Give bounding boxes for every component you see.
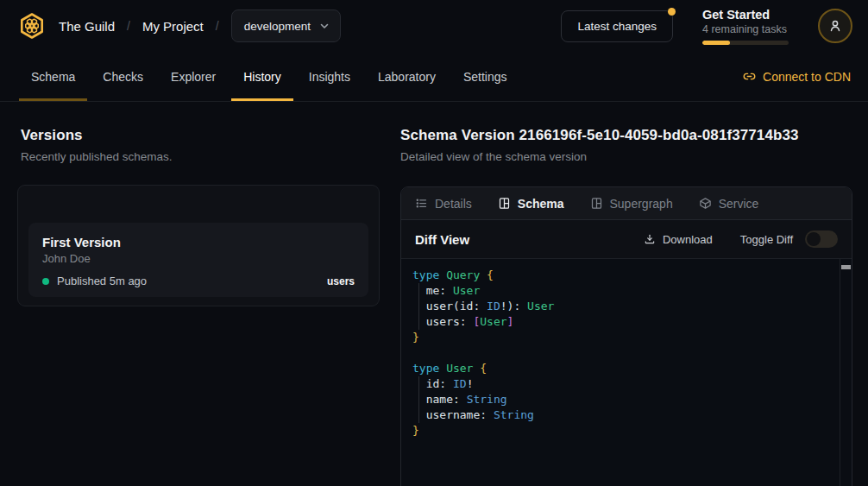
nav-tab-settings[interactable]: Settings [451, 52, 519, 101]
detail-tabs: DetailsSchemaSupergraphService [401, 187, 852, 220]
connect-cdn-link[interactable]: Connect to CDN [743, 52, 851, 101]
code-scrollbar[interactable] [840, 259, 852, 486]
detail-tab-label: Schema [518, 197, 564, 211]
nav-tab-laboratory[interactable]: Laboratory [366, 52, 448, 101]
link-icon [743, 70, 756, 83]
app-root: The Guild / My Project / development Lat… [0, 0, 868, 486]
get-started-widget[interactable]: Get Started 4 remaining tasks [702, 8, 789, 45]
box-icon [699, 197, 712, 210]
nav-tab-schema[interactable]: Schema [19, 52, 87, 101]
code-line: id: ID! [412, 376, 831, 392]
version-status: Published 5m ago [57, 275, 147, 287]
version-service-tag: users [327, 275, 355, 287]
breadcrumb-project[interactable]: My Project [142, 19, 204, 34]
columns-icon [590, 197, 603, 210]
connect-cdn-label: Connect to CDN [763, 70, 851, 84]
get-started-progress [702, 41, 789, 45]
detail-tab-label: Service [719, 197, 759, 211]
published-status-dot [42, 278, 49, 285]
get-started-title: Get Started [702, 8, 789, 22]
chevron-down-icon [319, 21, 330, 31]
schema-version-card: DetailsSchemaSupergraphService Diff View… [400, 186, 852, 486]
code-line: type Query { [412, 268, 831, 283]
nav-tab-history[interactable]: History [231, 52, 293, 101]
version-title: First Version [42, 235, 355, 249]
person-icon [827, 18, 843, 34]
columns-icon [498, 197, 511, 210]
code-line: users: [User] [412, 314, 831, 330]
detail-tab-supergraph[interactable]: Supergraph [590, 197, 673, 211]
schema-version-subtitle: Detailed view of the schema version [400, 150, 852, 163]
versions-list-card: First Version John Doe Published 5m ago … [17, 185, 380, 306]
toggle-diff-label: Toggle Diff [740, 233, 793, 246]
get-started-subtitle: 4 remaining tasks [702, 23, 789, 35]
nav-tab-insights[interactable]: Insights [297, 52, 362, 101]
indent-guide [418, 376, 419, 423]
download-button[interactable]: Download [644, 233, 713, 246]
breadcrumb-separator: / [127, 19, 130, 33]
detail-tab-service[interactable]: Service [699, 197, 759, 211]
primary-nav-tabs: SchemaChecksExplorerHistoryInsightsLabor… [19, 52, 519, 101]
nav-tab-explorer[interactable]: Explorer [159, 52, 228, 101]
diff-view-title: Diff View [415, 232, 469, 247]
download-icon [644, 233, 656, 245]
detail-tab-details[interactable]: Details [415, 197, 472, 211]
schema-version-panel: Schema Version 2166196f-5e10-4059-bd0a-0… [400, 102, 868, 486]
top-header: The Guild / My Project / development Lat… [0, 0, 868, 52]
nav-tab-checks[interactable]: Checks [91, 52, 155, 101]
versions-title: Versions [21, 127, 380, 144]
indent-guide [418, 283, 419, 330]
user-avatar-button[interactable] [818, 9, 852, 43]
toggle-diff-switch[interactable] [805, 230, 838, 248]
list-icon [415, 197, 428, 210]
breadcrumb-org[interactable]: The Guild [59, 19, 115, 34]
code-line: me: User [412, 283, 831, 299]
toggle-diff-knob [807, 232, 821, 246]
schema-version-title: Schema Version 2166196f-5e10-4059-bd0a-0… [400, 127, 852, 144]
latest-changes-label: Latest changes [577, 20, 657, 33]
environment-select-value: development [244, 20, 311, 33]
latest-changes-button[interactable]: Latest changes [561, 10, 673, 42]
code-line: } [412, 423, 831, 439]
code-line: username: String [412, 407, 831, 423]
version-list-item[interactable]: First Version John Doe Published 5m ago … [28, 223, 368, 297]
breadcrumb-separator: / [216, 19, 219, 33]
code-scrollbar-thumb[interactable] [841, 265, 851, 269]
schema-code-viewer[interactable]: type Query { me: User user(id: ID!): Use… [401, 259, 852, 486]
get-started-progress-fill [702, 41, 730, 45]
code-line: user(id: ID!): User [412, 299, 831, 314]
diff-toolbar: Diff View Download Toggle Diff [401, 220, 852, 259]
breadcrumb: The Guild / My Project / development [59, 9, 341, 42]
code-line: } [412, 330, 831, 345]
diff-actions: Download Toggle Diff [644, 230, 838, 248]
code-line [412, 345, 831, 361]
code-line: name: String [412, 392, 831, 407]
header-actions: Latest changes Get Started 4 remaining t… [561, 8, 852, 45]
detail-tab-schema[interactable]: Schema [498, 197, 564, 211]
detail-tab-label: Details [435, 197, 472, 211]
main-content: Versions Recently published schemas. Fir… [0, 102, 868, 486]
notification-dot [668, 8, 676, 16]
detail-tab-label: Supergraph [610, 197, 673, 211]
version-meta-row: Published 5m ago users [42, 275, 355, 287]
hive-logo-icon[interactable] [17, 11, 47, 41]
primary-nav: SchemaChecksExplorerHistoryInsightsLabor… [0, 52, 868, 102]
code-line: type User { [412, 361, 831, 376]
versions-subtitle: Recently published schemas. [21, 150, 380, 163]
version-author: John Doe [42, 252, 355, 265]
versions-panel: Versions Recently published schemas. Fir… [0, 102, 400, 306]
schema-code: type Query { me: User user(id: ID!): Use… [401, 259, 852, 447]
download-label: Download [663, 233, 713, 246]
environment-select[interactable]: development [231, 9, 341, 42]
